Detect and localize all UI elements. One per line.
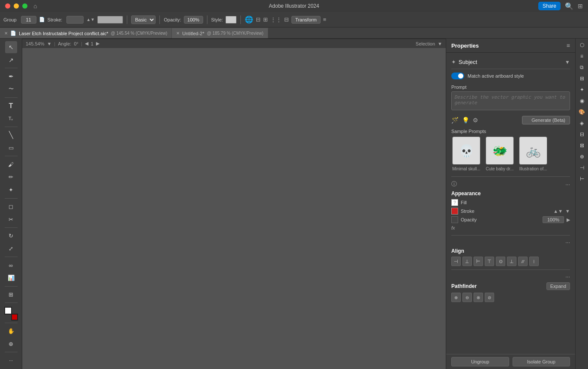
tool-sep-4 xyxy=(5,156,18,156)
transform-panel-icon[interactable]: ⊠ xyxy=(577,141,587,150)
style-select[interactable]: Basic xyxy=(131,15,156,24)
stroke-arrows[interactable]: ▲▼ xyxy=(86,17,95,22)
opacity-arrow[interactable]: ▶ xyxy=(567,217,570,223)
maximize-button[interactable] xyxy=(22,3,27,9)
swatches-icon[interactable]: ⊞ xyxy=(577,74,587,83)
dist-v-btn[interactable]: ⫶ xyxy=(529,257,539,266)
appearance-icon[interactable]: ◈ xyxy=(577,118,587,128)
line-tool[interactable]: ╲ xyxy=(5,129,17,141)
properties-icon[interactable]: ≡ xyxy=(577,51,587,61)
collapse-icon[interactable]: ⊢ xyxy=(577,174,587,184)
direct-selection-tool[interactable]: ↗ xyxy=(5,54,17,66)
align-icon-tb[interactable]: ⋮⋮ xyxy=(270,16,282,23)
dist-h-btn[interactable]: ⫻ xyxy=(518,257,528,266)
align-right-btn[interactable]: ⊢ xyxy=(474,257,483,266)
bar-graph-tool[interactable]: 📊 xyxy=(5,272,17,284)
type-tool[interactable]: T xyxy=(5,100,17,112)
artboard-tool[interactable]: ⊞ xyxy=(5,289,17,301)
pf-exclude[interactable]: ⊘ xyxy=(485,293,494,302)
align-center-v-btn[interactable]: ⊙ xyxy=(496,257,505,266)
info-icon[interactable]: ⓘ xyxy=(451,180,457,188)
sample-1[interactable]: 💀 Minimal skull... xyxy=(451,136,481,171)
align-top-btn[interactable]: ⊤ xyxy=(485,257,494,266)
align-panel-icon[interactable]: ⊟ xyxy=(577,130,587,139)
pf-minus-front[interactable]: ⊖ xyxy=(462,293,472,302)
paintbrush-tool[interactable]: 🖌 xyxy=(5,158,17,170)
pen-tool[interactable]: ✒ xyxy=(5,70,17,82)
align-center-h-btn[interactable]: ⊥ xyxy=(462,257,472,266)
tab-close-1[interactable]: ✕ xyxy=(4,31,8,36)
stroke-swatch[interactable] xyxy=(451,208,458,215)
isolate-group-button[interactable]: Isolate Group xyxy=(513,357,570,366)
align-left-btn[interactable]: ⊣ xyxy=(451,257,461,266)
symbols-icon[interactable]: ◉ xyxy=(577,96,587,106)
stroke-input[interactable] xyxy=(66,16,84,24)
pathfinder-panel-icon[interactable]: ⊕ xyxy=(577,152,587,161)
ungroup-button[interactable]: Ungroup xyxy=(451,357,509,366)
layers-icon[interactable]: ⧉ xyxy=(577,63,587,72)
transform-btn[interactable]: Transform xyxy=(291,16,321,24)
tab-1[interactable]: ✕ 📄 Laser Etch Instructable Project conf… xyxy=(0,28,172,38)
zoom-tool[interactable]: ⊕ xyxy=(5,338,17,350)
eraser-tool[interactable]: ◻ xyxy=(5,200,17,212)
rect-tool[interactable]: ▭ xyxy=(5,142,17,154)
pf-intersect[interactable]: ⊗ xyxy=(474,293,483,302)
prompt-label: Prompt xyxy=(451,85,570,90)
appearance-menu-icon[interactable]: ··· xyxy=(565,181,570,188)
generate-button[interactable]: ✦ Generate (Beta) xyxy=(522,116,570,124)
tab-close-2[interactable]: ✕ xyxy=(176,31,180,36)
sample-2[interactable]: 🐲 Cute baby dr... xyxy=(485,136,515,171)
arrange-icon[interactable]: ⊞ xyxy=(578,3,583,9)
pencil-tool[interactable]: ✏ xyxy=(5,171,17,183)
scale-tool[interactable]: ⤢ xyxy=(5,243,17,255)
lightbulb-icon[interactable]: 💡 xyxy=(462,117,469,124)
graphic-styles-icon[interactable]: 🎨 xyxy=(577,107,587,117)
globe-icon[interactable]: 🌐 xyxy=(245,15,253,24)
more-tools-btn[interactable]: ··· xyxy=(5,354,17,366)
close-button[interactable] xyxy=(5,3,10,9)
blend-tool[interactable]: ∞ xyxy=(5,259,17,271)
opacity-checkbox[interactable] xyxy=(451,216,458,223)
touch-type-tool[interactable]: Tᵥ xyxy=(5,112,17,124)
minimize-button[interactable] xyxy=(14,3,19,9)
curvature-tool[interactable]: 〜 xyxy=(5,83,17,95)
stroke-arrow-down[interactable]: ▼ xyxy=(565,209,570,214)
expand-icon[interactable]: ⊣ xyxy=(577,163,587,172)
wand-icon[interactable]: 🪄 xyxy=(451,117,459,124)
expand-button[interactable]: Expand xyxy=(546,282,570,290)
stroke-arrows-ap[interactable]: ▲▼ xyxy=(553,209,563,214)
document-icon: 📄 xyxy=(39,17,45,22)
transform-icon-tb[interactable]: ⊞ xyxy=(263,16,268,23)
share-button[interactable]: Share xyxy=(538,2,561,10)
scissors-tool[interactable]: ✂ xyxy=(5,213,17,225)
brushes-icon[interactable]: ✦ xyxy=(577,85,587,94)
rotate-tool[interactable]: ↻ xyxy=(5,230,17,242)
fx-button[interactable]: fx xyxy=(451,225,455,230)
more-options-icon[interactable]: ··· xyxy=(565,239,570,245)
cc-libraries-icon[interactable]: ⬡ xyxy=(577,40,587,50)
opacity-input[interactable] xyxy=(184,16,203,24)
subject-dropdown[interactable]: ▼ xyxy=(565,59,570,65)
distribute-icon[interactable]: ⊟ xyxy=(284,16,289,23)
gear-icon[interactable]: ⚙ xyxy=(473,117,478,124)
search-icon[interactable]: 🔍 xyxy=(565,2,573,10)
panel-menu-icon[interactable]: ≡ xyxy=(567,42,570,49)
more-transform-icon[interactable]: ≡ xyxy=(323,16,327,23)
shaper-tool[interactable]: ✦ xyxy=(5,184,17,196)
sample-3[interactable]: 🚲 Illustration of... xyxy=(518,136,548,171)
page-next[interactable]: ▶ xyxy=(96,41,99,46)
stroke-color-box[interactable] xyxy=(11,314,18,321)
color-boxes[interactable] xyxy=(4,307,18,321)
home-icon[interactable]: ⌂ xyxy=(33,3,37,9)
font-size-input[interactable] xyxy=(21,16,36,24)
prompt-textarea[interactable] xyxy=(451,91,570,110)
artboard-icon[interactable]: ⊟ xyxy=(256,16,261,23)
hand-tool[interactable]: ✋ xyxy=(5,325,17,337)
selection-tool[interactable]: ↖ xyxy=(5,41,17,53)
page-prev[interactable]: ◀ xyxy=(85,41,88,46)
tab-2[interactable]: ✕ Untitled-2* @ 185.79 % (CMYK/Preview) xyxy=(172,28,268,38)
more-options-icon-2[interactable]: ··· xyxy=(565,273,570,280)
align-bottom-btn[interactable]: ⊥ xyxy=(507,257,516,266)
match-style-toggle[interactable] xyxy=(451,73,464,79)
pf-unite[interactable]: ⊕ xyxy=(451,293,461,302)
